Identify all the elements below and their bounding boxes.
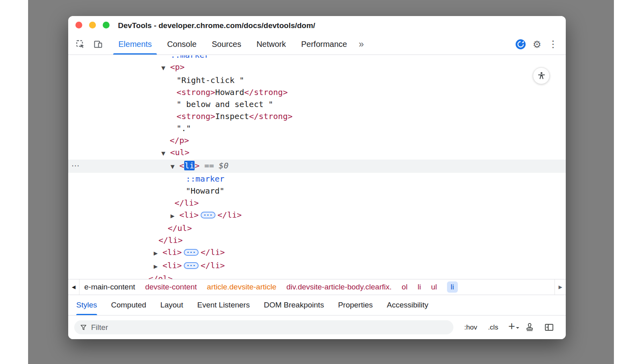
twisty-expanded-icon[interactable]: ▼ bbox=[161, 148, 170, 160]
tag-token: <li> bbox=[163, 247, 182, 257]
breadcrumb-item[interactable]: devsite-content bbox=[145, 283, 197, 291]
tree-line[interactable]: "Howard" bbox=[68, 185, 566, 197]
tree-line[interactable]: <strong>Howard</strong> bbox=[68, 86, 566, 98]
tree-line[interactable]: ::marker bbox=[68, 55, 566, 61]
breadcrumb-scroll-left-icon[interactable]: ◀ bbox=[68, 279, 79, 295]
tree-line[interactable]: ▶<li>•••</li> bbox=[68, 246, 566, 259]
tree-line[interactable]: </li> bbox=[68, 234, 566, 246]
tag-token: </ul> bbox=[168, 223, 192, 233]
tab-properties[interactable]: Properties bbox=[338, 295, 373, 315]
tab-event-listeners[interactable]: Event Listeners bbox=[197, 295, 250, 315]
text-token: " below and select " bbox=[177, 99, 273, 109]
element-classes-button[interactable]: .cls bbox=[488, 324, 498, 332]
tree-line[interactable]: "Right-click " bbox=[68, 74, 566, 86]
tree-line[interactable]: </ol> bbox=[68, 273, 566, 279]
text-token: "Right-click " bbox=[177, 75, 244, 85]
tag-token: <p> bbox=[170, 62, 185, 72]
accessibility-button[interactable] bbox=[533, 67, 550, 84]
close-window-button[interactable] bbox=[75, 22, 82, 28]
tag-token: <strong> bbox=[177, 111, 215, 121]
more-options-kebab-icon[interactable]: ⋮ bbox=[547, 40, 559, 49]
settings-gear-icon[interactable]: ⚙ bbox=[532, 40, 541, 49]
dom-tree: ::marker▼<p>"Right-click "<strong>Howard… bbox=[68, 55, 566, 279]
text-token: "Howard" bbox=[186, 186, 224, 196]
twisty-expanded-icon[interactable]: ▼ bbox=[171, 161, 179, 173]
tab-accessibility[interactable]: Accessibility bbox=[387, 295, 428, 315]
tree-line[interactable]: ▼<p> bbox=[68, 61, 566, 74]
collapsed-content-button[interactable]: ••• bbox=[201, 212, 215, 218]
tree-line[interactable]: "." bbox=[68, 122, 566, 134]
twisty-collapsed-icon[interactable]: ▶ bbox=[154, 247, 163, 259]
tag-token: </li> bbox=[201, 261, 225, 270]
tree-line[interactable]: ▼<ul> bbox=[68, 146, 566, 160]
text-token: Howard bbox=[215, 87, 244, 97]
tag-token: </ol> bbox=[148, 274, 173, 279]
twisty-expanded-icon[interactable]: ▼ bbox=[161, 62, 170, 74]
tab-elements[interactable]: Elements bbox=[111, 34, 159, 55]
tag-token: <li> bbox=[179, 210, 199, 220]
tree-line[interactable]: <strong>Inspect</strong> bbox=[68, 110, 566, 122]
tree-line[interactable]: ▶<li>•••</li> bbox=[68, 209, 566, 222]
toggle-sidebar-icon[interactable] bbox=[544, 322, 554, 332]
sync-circle-icon[interactable] bbox=[514, 38, 527, 51]
minimize-window-button[interactable] bbox=[89, 22, 96, 28]
styles-tabs: StylesComputedLayoutEvent ListenersDOM B… bbox=[68, 295, 566, 315]
breadcrumb-item-selected[interactable]: li bbox=[447, 281, 457, 293]
tag-token: </li> bbox=[158, 235, 183, 245]
tag-token: <li> bbox=[163, 261, 182, 270]
tree-line[interactable]: ::marker bbox=[68, 173, 566, 185]
breadcrumb-item[interactable]: e-main-content bbox=[84, 283, 135, 291]
selected-tag-name: li bbox=[184, 161, 195, 170]
tree-line[interactable]: </p> bbox=[68, 134, 566, 146]
filter-placeholder: Filter bbox=[91, 323, 108, 332]
tab-console[interactable]: Console bbox=[159, 34, 204, 55]
more-tabs-chevron[interactable]: » bbox=[355, 39, 368, 50]
tab-performance[interactable]: Performance bbox=[294, 34, 355, 55]
toolbar-right-group: ⚙ ⋮ bbox=[514, 38, 566, 51]
pseudo-marker-token: ::marker bbox=[186, 174, 224, 184]
panel-tabs: ElementsConsoleSourcesNetworkPerformance bbox=[111, 34, 355, 55]
inspect-element-icon[interactable] bbox=[71, 36, 89, 53]
tab-styles[interactable]: Styles bbox=[76, 295, 97, 315]
filter-funnel-icon bbox=[79, 324, 87, 332]
toggle-element-state-button[interactable]: :hov bbox=[464, 324, 477, 332]
twisty-collapsed-icon[interactable]: ▶ bbox=[154, 261, 163, 273]
breadcrumb-item[interactable]: article.devsite-article bbox=[207, 283, 276, 291]
new-style-rule-button[interactable]: + bbox=[508, 321, 515, 332]
device-toolbar-icon[interactable] bbox=[89, 36, 107, 53]
tree-line[interactable]: ▶<li>•••</li> bbox=[68, 259, 566, 273]
tag-token: < bbox=[179, 161, 184, 170]
collapsed-content-button[interactable]: ••• bbox=[184, 262, 199, 269]
zoom-window-button[interactable] bbox=[103, 22, 110, 28]
tag-token: > bbox=[195, 161, 199, 170]
dollar-zero-ref: $0 bbox=[219, 161, 228, 170]
tag-token: </strong> bbox=[249, 111, 293, 121]
tag-token: </strong> bbox=[244, 87, 288, 97]
stamp-icon[interactable] bbox=[525, 323, 534, 332]
breadcrumb-scroll-right-icon[interactable]: ▶ bbox=[555, 279, 566, 295]
tree-line[interactable]: </ul> bbox=[68, 222, 566, 234]
breadcrumb-item[interactable]: ul bbox=[431, 283, 437, 291]
window-titlebar: DevTools - developer.chrome.com/docs/dev… bbox=[68, 16, 566, 34]
tree-line[interactable]: " below and select " bbox=[68, 98, 566, 110]
styles-filter-bar: Filter :hov .cls + bbox=[68, 315, 566, 339]
breadcrumb-item[interactable]: div.devsite-article-body.clearfix. bbox=[286, 283, 392, 291]
text-token: Inspect bbox=[215, 111, 249, 121]
tab-sources[interactable]: Sources bbox=[204, 34, 249, 55]
tag-token: <ul> bbox=[170, 148, 189, 157]
tab-network[interactable]: Network bbox=[249, 34, 293, 55]
tag-token: </li> bbox=[217, 210, 242, 220]
tab-dom-breakpoints[interactable]: DOM Breakpoints bbox=[264, 295, 324, 315]
tab-computed[interactable]: Computed bbox=[111, 295, 146, 315]
tag-token: </li> bbox=[175, 198, 199, 208]
tree-line[interactable]: </li> bbox=[68, 197, 566, 209]
filter-input[interactable]: Filter bbox=[74, 320, 453, 334]
tab-layout[interactable]: Layout bbox=[160, 295, 183, 315]
tree-line-selected[interactable]: ⋯▼<li> == $0 bbox=[68, 160, 566, 173]
collapsed-content-button[interactable]: ••• bbox=[184, 249, 199, 256]
twisty-collapsed-icon[interactable]: ▶ bbox=[171, 210, 179, 222]
row-overflow-dots: ⋯ bbox=[71, 160, 79, 172]
pseudo-marker-token: ::marker bbox=[171, 55, 209, 60]
breadcrumb-item[interactable]: li bbox=[418, 283, 421, 291]
breadcrumb-item[interactable]: ol bbox=[402, 283, 408, 291]
